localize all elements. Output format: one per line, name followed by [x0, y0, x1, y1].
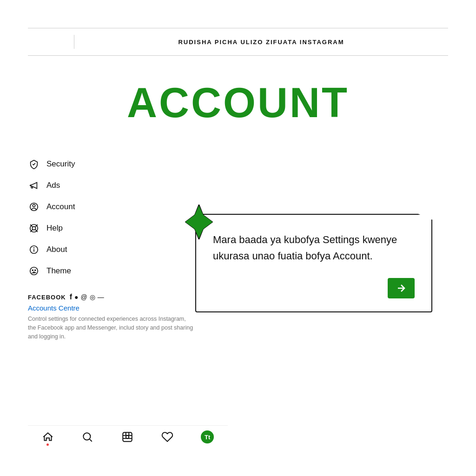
- svg-point-15: [84, 433, 91, 440]
- menu-item-ads[interactable]: Ads: [28, 175, 228, 196]
- ads-label: Ads: [46, 181, 60, 190]
- nav-search[interactable]: [81, 431, 93, 443]
- svg-rect-17: [123, 432, 132, 442]
- header-title: RUDISHA PICHA ULIZO ZIFUATA INSTAGRAM: [74, 39, 448, 46]
- person-circle-icon: [28, 201, 40, 213]
- arrow-right-icon: [396, 283, 407, 294]
- theme-label: Theme: [46, 266, 71, 276]
- svg-point-13: [35, 270, 36, 271]
- bottom-navigation: Tt: [28, 425, 228, 448]
- header-left-decoration: [28, 35, 74, 49]
- account-label: Account: [46, 202, 75, 212]
- at-icon: @: [80, 293, 87, 301]
- about-label: About: [46, 245, 67, 254]
- menu-item-security[interactable]: Security: [28, 153, 228, 175]
- search-icon: [81, 431, 93, 443]
- nav-reels[interactable]: [121, 431, 133, 443]
- svg-point-12: [32, 270, 33, 271]
- facebook-description: Control settings for connected experienc…: [28, 315, 195, 341]
- avatar-initials: Tt: [205, 434, 210, 441]
- info-circle-icon: [28, 244, 40, 256]
- nav-heart[interactable]: [161, 431, 173, 443]
- svg-point-1: [33, 205, 35, 207]
- svg-point-3: [32, 226, 35, 230]
- facebook-icon: f: [70, 293, 72, 301]
- shield-icon: [28, 158, 40, 170]
- help-label: Help: [46, 224, 63, 233]
- callout-next-button[interactable]: [388, 278, 415, 298]
- page-main-title: ACCOUNT: [0, 79, 476, 127]
- facebook-label: FACEBOOK: [28, 294, 66, 301]
- nav-profile[interactable]: Tt: [201, 430, 214, 443]
- facebook-social-icons: f ● @ ◎ —: [70, 293, 104, 301]
- dash-icon: —: [98, 293, 104, 301]
- home-icon: [42, 431, 54, 443]
- svg-line-16: [90, 439, 92, 442]
- home-dot: [46, 443, 49, 446]
- sparkle-diamond-icon: [185, 205, 213, 239]
- heart-icon: [161, 431, 173, 443]
- messenger-icon: ◎: [90, 293, 95, 301]
- megaphone-icon: [28, 179, 40, 192]
- instagram-icon: ●: [74, 293, 78, 301]
- svg-marker-25: [192, 205, 206, 238]
- security-label: Security: [46, 159, 75, 169]
- svg-point-11: [30, 267, 38, 275]
- lifebuoy-icon: [28, 222, 40, 234]
- reels-icon: [121, 431, 133, 443]
- profile-avatar: Tt: [201, 430, 214, 443]
- nav-home[interactable]: [42, 431, 54, 443]
- svg-point-10: [34, 248, 34, 248]
- header-bar: RUDISHA PICHA ULIZO ZIFUATA INSTAGRAM: [28, 28, 448, 56]
- callout-text: Mara baada ya kubofya Settings kwenye uk…: [213, 231, 415, 264]
- palette-icon: [28, 265, 40, 277]
- callout-tooltip: Mara baada ya kubofya Settings kwenye uk…: [195, 214, 432, 312]
